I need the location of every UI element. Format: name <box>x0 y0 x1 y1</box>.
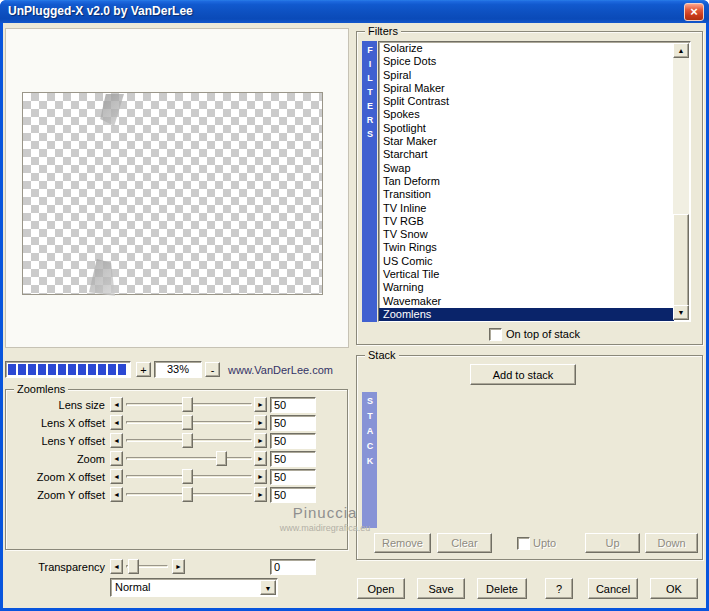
slider-track[interactable] <box>126 469 252 484</box>
slider-label: Zoom X offset <box>5 471 105 483</box>
slider-decrement-button[interactable]: ◄ <box>110 415 123 430</box>
slider-decrement-button[interactable]: ◄ <box>110 469 123 484</box>
slider-decrement-button[interactable]: ◄ <box>110 433 123 448</box>
arrow-right-icon: ► <box>257 455 264 462</box>
zoomlens-group-title: Zoomlens <box>14 382 68 396</box>
plugin-window: UnPlugged-X v2.0 by VanDerLee × + 33% - … <box>0 0 709 611</box>
slider-decrement-button[interactable]: ◄ <box>110 559 123 574</box>
arrow-right-icon: ► <box>175 563 182 570</box>
stack-group: Stack <box>356 355 703 560</box>
slider-thumb[interactable] <box>128 559 139 574</box>
arrow-right-icon: ► <box>257 419 264 426</box>
filter-list-item[interactable]: Twin Rings <box>379 241 674 254</box>
preview-canvas[interactable] <box>22 92 323 295</box>
filter-list-item[interactable]: Starchart <box>379 148 674 161</box>
slider-value-input[interactable] <box>270 433 316 449</box>
remove-button[interactable]: Remove <box>374 533 431 553</box>
filter-list-item[interactable]: Spiral Maker <box>379 82 674 95</box>
filter-list-item[interactable]: Swap <box>379 162 674 175</box>
preview-artifact <box>89 259 115 296</box>
slider-value-input[interactable] <box>270 469 316 485</box>
transparency-label: Transparency <box>5 561 105 573</box>
slider-track[interactable] <box>126 415 252 430</box>
slider-decrement-button[interactable]: ◄ <box>110 397 123 412</box>
scroll-up-icon[interactable]: ▲ <box>673 43 689 58</box>
slider-thumb[interactable] <box>182 469 193 484</box>
slider-track[interactable] <box>126 487 252 502</box>
slider-track[interactable] <box>126 433 252 448</box>
help-button[interactable]: ? <box>545 578 573 599</box>
filter-list-item-selected[interactable]: Zoomlens <box>379 308 674 321</box>
arrow-right-icon: ► <box>257 437 264 444</box>
cancel-button[interactable]: Cancel <box>588 578 638 599</box>
slider-increment-button[interactable]: ► <box>254 469 267 484</box>
slider-label: Zoom <box>5 453 105 465</box>
slider-increment-button[interactable]: ► <box>254 487 267 502</box>
filter-list-item[interactable]: Vertical Tile <box>379 268 674 281</box>
add-to-stack-button[interactable]: Add to stack <box>470 364 576 385</box>
slider-decrement-button[interactable]: ◄ <box>110 451 123 466</box>
down-button[interactable]: Down <box>645 533 698 553</box>
slider-decrement-button[interactable]: ◄ <box>110 487 123 502</box>
filter-list-item[interactable]: Star Maker <box>379 135 674 148</box>
scroll-down-icon[interactable]: ▼ <box>673 305 689 320</box>
slider-label: Zoom Y offset <box>5 489 105 501</box>
filter-list-item[interactable]: Wavemaker <box>379 295 674 308</box>
arrow-left-icon: ◄ <box>113 437 120 444</box>
zoom-in-button[interactable]: + <box>136 362 151 377</box>
filter-list-item[interactable]: Spiral <box>379 69 674 82</box>
open-button[interactable]: Open <box>357 578 405 599</box>
filter-list-item[interactable]: TV Inline <box>379 202 674 215</box>
filter-list-item[interactable]: Spice Dots <box>379 55 674 68</box>
slider-increment-button[interactable]: ► <box>254 397 267 412</box>
slider-value-input[interactable] <box>270 415 316 431</box>
arrow-left-icon: ◄ <box>113 473 120 480</box>
filter-list-item[interactable]: US Comic <box>379 255 674 268</box>
delete-button[interactable]: Delete <box>477 578 527 599</box>
filter-list-item[interactable]: Solarize <box>379 42 674 55</box>
up-button[interactable]: Up <box>585 533 640 553</box>
upto-checkbox[interactable] <box>517 537 530 550</box>
filter-list-item[interactable]: TV Snow <box>379 228 674 241</box>
filter-list-scrollbar[interactable]: ▲ ▼ <box>673 43 689 320</box>
arrow-left-icon: ◄ <box>113 455 120 462</box>
filter-list-item[interactable]: Split Contrast <box>379 95 674 108</box>
filter-list-item[interactable]: Warning <box>379 281 674 294</box>
slider-thumb[interactable] <box>182 397 193 412</box>
zoom-out-button[interactable]: - <box>205 362 220 377</box>
filter-list-item[interactable]: Tan Deform <box>379 175 674 188</box>
slider-increment-button[interactable]: ► <box>254 433 267 448</box>
filter-list-item[interactable]: Spotlight <box>379 122 674 135</box>
slider-thumb[interactable] <box>182 415 193 430</box>
on-top-of-stack-checkbox[interactable] <box>489 328 502 341</box>
slider-value-input[interactable] <box>270 487 316 503</box>
blend-mode-select[interactable]: Normal ▼ <box>110 578 278 597</box>
save-button[interactable]: Save <box>417 578 465 599</box>
close-icon[interactable]: × <box>684 3 704 21</box>
title-bar[interactable]: UnPlugged-X v2.0 by VanDerLee × <box>0 0 709 23</box>
ok-button[interactable]: OK <box>650 578 698 599</box>
vendor-website-link[interactable]: www.VanDerLee.com <box>228 364 333 376</box>
slider-track[interactable] <box>126 451 252 466</box>
slider-increment-button[interactable]: ► <box>254 415 267 430</box>
chevron-down-icon[interactable]: ▼ <box>260 580 276 595</box>
filter-list-item[interactable]: Transition <box>379 188 674 201</box>
slider-track[interactable] <box>126 397 252 412</box>
slider-thumb[interactable] <box>216 451 227 466</box>
slider-increment-button[interactable]: ► <box>172 559 185 574</box>
slider-thumb[interactable] <box>182 433 193 448</box>
slider-value-input[interactable] <box>270 397 316 413</box>
slider-value-input[interactable] <box>270 451 316 467</box>
blend-mode-value: Normal <box>115 581 150 593</box>
progress-bar <box>5 361 131 378</box>
filter-list-item[interactable]: TV RGB <box>379 215 674 228</box>
slider-track[interactable] <box>126 559 168 574</box>
on-top-of-stack-label: On top of stack <box>506 328 580 340</box>
scrollbar-thumb[interactable] <box>673 214 689 309</box>
filter-list-item[interactable]: Spokes <box>379 108 674 121</box>
slider-thumb[interactable] <box>182 487 193 502</box>
slider-row-zoom-y-offset: Zoom Y offset ◄ ► <box>0 487 349 503</box>
slider-increment-button[interactable]: ► <box>254 451 267 466</box>
clear-button[interactable]: Clear <box>437 533 492 553</box>
transparency-value-input[interactable] <box>270 559 316 575</box>
